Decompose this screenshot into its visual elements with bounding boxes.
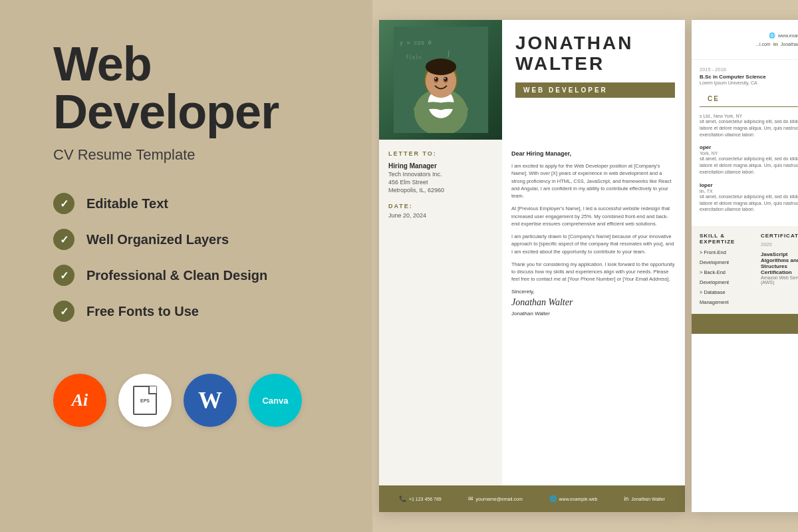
- feature-item-4: Free Fonts to Use: [53, 301, 339, 322]
- cv-container: y = cos θ ∫ f(x)=: [372, 20, 798, 532]
- footer-linkedin-text: Jonathan Walter: [631, 497, 665, 501]
- svg-point-14: [444, 78, 446, 79]
- cv2-email-frag: ...l.com: [755, 42, 771, 47]
- feature-item-2: Well Organized Layers: [53, 229, 339, 250]
- right-panel: y = cos θ ∫ f(x)=: [372, 0, 798, 532]
- svg-text:f(x)=: f(x)=: [405, 55, 421, 61]
- exp-location-2: York, NY: [700, 151, 798, 156]
- experience-title: CE: [708, 95, 720, 102]
- cv2-web-row: 🌐 www.example.web: [700, 33, 798, 39]
- date-label: DATE:: [388, 203, 493, 209]
- person-illustration: y = cos θ ∫ f(x)=: [388, 27, 494, 133]
- skills-list: > Front-End Development > Back-End Devel…: [700, 247, 755, 307]
- cv-second-page: 🌐 www.example.web ...l.com in Jonathan W…: [692, 20, 798, 512]
- subtitle: CV Resume Template: [53, 146, 339, 164]
- web-icon: 🌐: [549, 495, 557, 502]
- footer-phone: 📞 +1 123 456 789: [399, 495, 442, 502]
- eps-format-icon: EPS: [118, 374, 172, 427]
- email-icon: ✉: [468, 495, 473, 502]
- footer-linkedin: in Jonathan Walter: [624, 495, 665, 502]
- letter-closing: Sincerely,: [511, 289, 676, 295]
- letter-to-label: LETTER TO:: [388, 150, 493, 157]
- footer-web: 🌐 www.example.web: [549, 495, 598, 502]
- cv2-footer-band: [692, 314, 798, 334]
- word-label: W: [198, 386, 222, 414]
- cv-name-area: JONATHAN WALTER WEB DEVELOPER: [502, 20, 685, 140]
- edu-degree: B.Sc in Computer Science: [700, 74, 798, 80]
- check-icon-3: [53, 265, 74, 286]
- linkedin-icon: in: [624, 495, 628, 502]
- experience-header: CE: [700, 92, 798, 107]
- feature-label-2: Well Organized Layers: [86, 232, 229, 247]
- format-icons: Ai EPS W Canva: [53, 374, 339, 427]
- skills-column: SKILL & EXPERTIZE > Front-End Developmen…: [700, 233, 755, 307]
- company-name: Tech Innovators Inc.: [388, 171, 493, 178]
- footer-email-text: yourname@email.com: [476, 497, 523, 501]
- main-title: Web Developer: [53, 40, 339, 136]
- phone-icon: 📞: [399, 495, 406, 502]
- cv-main-document: y = cos θ ∫ f(x)=: [379, 20, 685, 512]
- cv-last-name: WALTER: [515, 54, 675, 74]
- canva-label: Canva: [262, 396, 288, 406]
- cv-right-column: Dear Hiring Manager, I am excited to app…: [502, 140, 685, 485]
- cert-column: CERTIFICATE 2020 JavaScript Algorithms a…: [761, 233, 798, 307]
- exp-company-1: s Ltd., New York, NY: [700, 114, 798, 118]
- skills-title: SKILL & EXPERTIZE: [700, 233, 755, 245]
- cv-left-column: LETTER TO: Hiring Manager Tech Innovator…: [379, 140, 502, 485]
- check-icon-1: [53, 193, 74, 214]
- ai-label: Ai: [72, 392, 88, 409]
- cv-header: y = cos θ ∫ f(x)=: [379, 20, 685, 140]
- feature-item-3: Professional & Clean Design: [53, 265, 339, 286]
- footer-web-text: www.example.web: [559, 497, 598, 501]
- skill-3: > Database Management: [700, 287, 755, 307]
- skill-2: > Back-End Development: [700, 267, 755, 287]
- eps-label: EPS: [140, 398, 150, 403]
- exp-entry-2: oper York, NY sit amet, consectetur adip…: [700, 144, 798, 175]
- cv2-web: www.example.web: [778, 33, 798, 38]
- exp-entry-3: loper lin, TX sit amet, consectetur adip…: [700, 182, 798, 213]
- feature-label-3: Professional & Clean Design: [86, 268, 267, 283]
- svg-point-12: [444, 77, 447, 81]
- left-panel: Web Developer CV Resume Template Editabl…: [0, 0, 372, 532]
- check-icon-4: [53, 301, 74, 322]
- cv-body: LETTER TO: Hiring Manager Tech Innovator…: [379, 140, 685, 485]
- feature-item-1: Editable Text: [53, 193, 339, 214]
- svg-text:∫: ∫: [446, 51, 450, 57]
- cert-title-row: CERTIFICATE: [761, 233, 798, 239]
- cv-role: WEB DEVELOPER: [515, 82, 675, 98]
- canva-format-icon: Canva: [249, 374, 302, 427]
- cv-photo: y = cos θ ∫ f(x)=: [379, 20, 502, 140]
- letter-body-2: At [Previous Employer's Name], I led a s…: [511, 205, 676, 227]
- exp-company-2: oper: [700, 144, 798, 150]
- svg-text:y = cos θ: y = cos θ: [399, 39, 431, 46]
- cv2-bottom-columns: SKILL & EXPERTIZE > Front-End Developmen…: [700, 233, 798, 307]
- letter-body-4: Thank you for considering my application…: [511, 261, 676, 283]
- svg-point-13: [435, 78, 436, 79]
- cert-name: JavaScript Algorithms and Data Structure…: [761, 251, 798, 275]
- cv2-linkedin-icon: in: [773, 41, 778, 47]
- features-list: Editable Text Well Organized Layers Prof…: [53, 193, 339, 336]
- svg-point-8: [425, 59, 456, 75]
- cv-first-name: JONATHAN: [515, 33, 675, 54]
- exp-company-3: loper: [700, 182, 798, 188]
- address-line2: Metropolis, IL, 62960: [388, 187, 493, 194]
- skill-1: > Front-End Development: [700, 247, 755, 267]
- word-format-icon: W: [184, 374, 237, 427]
- edu-year: 2015 - 2018: [700, 66, 798, 72]
- feature-label-4: Free Fonts to Use: [86, 304, 199, 319]
- letter-date: June 20, 2024: [388, 212, 493, 219]
- cv2-education-section: 2015 - 2018 B.Sc in Computer Science Lor…: [692, 60, 798, 92]
- footer-phone-text: +1 123 456 789: [409, 497, 442, 501]
- exp-text-2: sit amet, consectetur adipiscing elit, s…: [700, 156, 798, 175]
- letter-body-3: I am particularly drawn to [Company's Na…: [511, 233, 676, 255]
- exp-entry-1: s Ltd., New York, NY sit amet, consectet…: [700, 114, 798, 138]
- exp-text-3: sit amet, consectetur adipiscing elit, s…: [700, 194, 798, 213]
- cv2-linkedin: Jonathan Walters: [781, 42, 798, 47]
- cv2-bottom-section: SKILL & EXPERTIZE > Front-End Developmen…: [692, 226, 798, 314]
- cv2-exp-section: s Ltd., New York, NY sit amet, consectet…: [692, 107, 798, 226]
- svg-point-11: [434, 77, 438, 81]
- eps-doc-icon: EPS: [133, 386, 157, 415]
- letter-signature: Jonathan Walter: [511, 297, 676, 308]
- exp-location-3: lin, TX: [700, 189, 798, 194]
- ai-format-icon: Ai: [53, 374, 106, 427]
